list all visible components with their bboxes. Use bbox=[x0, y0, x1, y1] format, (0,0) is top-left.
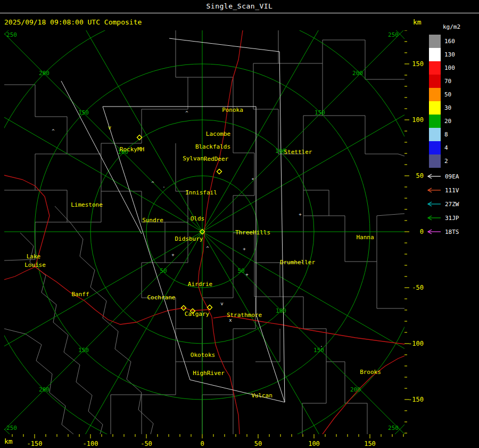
map-point-symbol: ^ bbox=[206, 246, 209, 251]
vector-arrow-icon bbox=[426, 173, 442, 180]
color-swatch bbox=[429, 61, 441, 75]
city-label: ThreeHills bbox=[235, 229, 270, 236]
map-point-symbol: + bbox=[245, 272, 249, 277]
city-label: Lake bbox=[27, 253, 41, 260]
right-axis-label: -100 bbox=[408, 340, 424, 347]
radar-viewer-window: Single_Scan_VIL 2025/09/18 09:08:00 UTC … bbox=[0, 0, 479, 448]
county-boundary-line bbox=[302, 362, 326, 434]
color-scale-value: 160 bbox=[444, 38, 455, 45]
range-distance-label: 250 bbox=[388, 425, 399, 431]
color-scale: kg/m2 16013010070503020842 bbox=[429, 23, 479, 168]
map-point-symbol: ^ bbox=[151, 181, 154, 186]
county-boundary-line bbox=[278, 40, 404, 79]
color-scale-value: 50 bbox=[444, 91, 451, 98]
color-swatch bbox=[429, 48, 441, 61]
city-label: Hanna bbox=[356, 234, 374, 241]
county-boundary-line bbox=[377, 214, 404, 262]
color-scale-entry: 70 bbox=[429, 75, 479, 88]
county-boundary-line bbox=[253, 63, 323, 154]
radar-map-canvas[interactable]: 2502502502502002002002001501501501501001… bbox=[4, 30, 404, 434]
window-title: Single_Scan_VIL bbox=[207, 2, 273, 10]
radar-vector-legend: 09EA111V27ZW31JP18TS bbox=[426, 169, 479, 239]
right-axis-label: -50 bbox=[412, 284, 424, 291]
city-label: RedDeer bbox=[204, 156, 229, 162]
right-axis-label: 0 bbox=[420, 228, 424, 235]
color-swatch bbox=[429, 141, 441, 154]
right-axis-label: 150 bbox=[412, 60, 424, 68]
color-scale-entry: 8 bbox=[429, 128, 479, 141]
city-label: RockyMH bbox=[120, 146, 144, 153]
map-point-symbol: + bbox=[299, 211, 302, 217]
vector-arrow-icon bbox=[426, 229, 442, 235]
map-point-symbol: ^ bbox=[185, 110, 188, 116]
range-distance-label: 150 bbox=[78, 347, 89, 354]
range-distance-label: 200 bbox=[39, 70, 49, 77]
color-scale-entry: 2 bbox=[429, 154, 479, 168]
city-label: HighRiver bbox=[193, 370, 225, 377]
city-label: Vulcan bbox=[251, 392, 272, 399]
right-axis-label: -150 bbox=[408, 396, 424, 403]
map-point-symbol: ^ bbox=[52, 128, 55, 134]
map-point-symbol: v bbox=[220, 301, 223, 306]
radar-vector-entry: 31JP bbox=[426, 211, 479, 225]
color-swatch bbox=[429, 115, 441, 128]
color-scale-value: 4 bbox=[444, 144, 448, 151]
color-scale-entry: 30 bbox=[429, 101, 479, 115]
vector-arrow-icon bbox=[426, 201, 442, 207]
range-distance-label: 50 bbox=[160, 267, 167, 274]
city-label: Airdrie bbox=[188, 281, 212, 288]
bottom-axis-label: -150 bbox=[27, 440, 43, 447]
bottom-axis-label: 0 bbox=[200, 440, 204, 447]
city-label: Innisfail bbox=[185, 189, 217, 196]
city-label: Didsbury bbox=[175, 235, 203, 242]
color-scale-value: 70 bbox=[444, 78, 451, 85]
range-distance-label: 200 bbox=[39, 386, 49, 393]
azimuth-line bbox=[4, 83, 202, 232]
highway-line bbox=[4, 267, 211, 324]
highway-line bbox=[213, 316, 404, 344]
bottom-axis-label: 150 bbox=[364, 440, 376, 447]
range-distance-label: 100 bbox=[276, 307, 286, 314]
city-label: Olds bbox=[191, 215, 205, 222]
titlebar: Single_Scan_VIL bbox=[0, 0, 479, 13]
vector-id-label: 27ZW bbox=[445, 201, 459, 208]
city-label: Limestone bbox=[71, 201, 103, 208]
color-scale-value: 130 bbox=[444, 51, 455, 58]
map-point-symbol: * bbox=[251, 177, 254, 183]
azimuth-line bbox=[53, 232, 202, 434]
county-boundary-line bbox=[280, 216, 367, 434]
bottom-axis-label: 50 bbox=[254, 440, 262, 447]
right-axis-label: 100 bbox=[412, 116, 424, 124]
color-scale-entry: 4 bbox=[429, 141, 479, 154]
city-label: Banff bbox=[71, 291, 89, 298]
color-scale-entry: 160 bbox=[429, 35, 479, 48]
radar-vector-entry: 18TS bbox=[426, 225, 479, 239]
bottom-axis: -150-100-50050100150 bbox=[4, 434, 404, 448]
city-label: Lacombe bbox=[206, 131, 230, 137]
county-boundary-line bbox=[55, 206, 153, 434]
vector-id-label: 09EA bbox=[445, 173, 459, 180]
map-point-symbol: . bbox=[320, 343, 323, 348]
color-scale-entry: 20 bbox=[429, 115, 479, 128]
bottom-axis-unit-label: km bbox=[4, 437, 13, 445]
county-boundary-line bbox=[329, 216, 404, 308]
range-distance-label: 50 bbox=[237, 267, 244, 274]
county-boundary-line bbox=[142, 362, 176, 434]
range-distance-label: 250 bbox=[388, 31, 399, 38]
city-label: Ponoka bbox=[222, 107, 243, 113]
city-label: Blackfalds bbox=[195, 143, 230, 150]
bottom-axis-label: -50 bbox=[141, 440, 152, 447]
county-boundary-line bbox=[303, 154, 329, 216]
city-label: Sundre bbox=[142, 217, 163, 224]
azimuth-line bbox=[202, 232, 351, 434]
color-swatch bbox=[429, 128, 441, 141]
city-label: Strathmore bbox=[227, 312, 262, 319]
right-axis-unit-label: km bbox=[413, 18, 422, 26]
city-label: Cochrane bbox=[147, 294, 176, 301]
color-swatch bbox=[429, 154, 441, 168]
city-label: Okotoks bbox=[191, 352, 215, 359]
color-scale-value: 20 bbox=[444, 118, 451, 125]
vector-arrow-icon bbox=[426, 187, 442, 193]
timestamp-label: 2025/09/18 09:08:00 UTC Composite bbox=[4, 18, 142, 26]
color-scale-unit: kg/m2 bbox=[443, 23, 479, 30]
